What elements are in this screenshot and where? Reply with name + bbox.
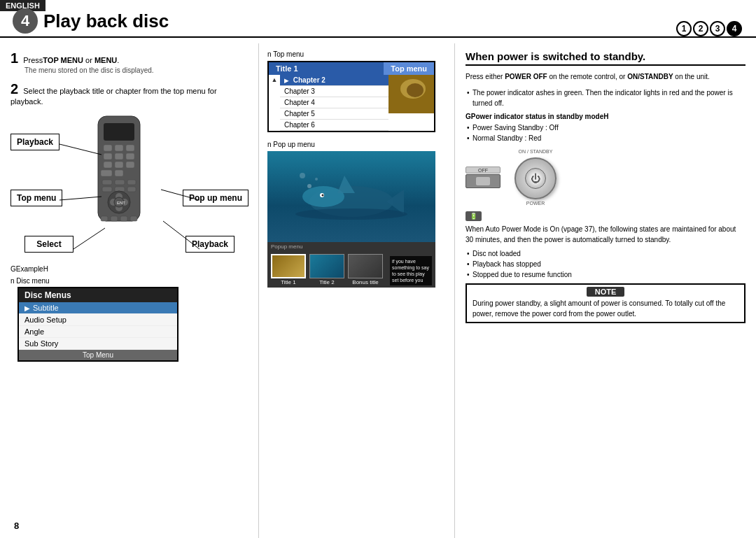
- chapter-5-label: Chapter 5: [284, 110, 315, 118]
- play-arrow-icon: ▶: [24, 304, 30, 312]
- step2-text: Select the playback title or chapter fro…: [10, 87, 217, 106]
- note-box: NOTE During power standby, a slight amou…: [465, 283, 746, 323]
- chapter-row-3[interactable]: Chapter 3: [280, 86, 388, 97]
- svg-rect-7: [126, 153, 134, 160]
- svg-rect-14: [115, 180, 125, 185]
- thumb2-label: Title 2: [319, 279, 335, 285]
- standby-btn-box: ON / STANDBY ⏻ POWER: [514, 149, 556, 206]
- power-buttons-row: OFF ON / STANDBY ⏻ POWER: [465, 149, 746, 206]
- svg-rect-29: [130, 216, 137, 221]
- thumb-title1[interactable]: Title 1: [271, 254, 306, 285]
- thumbnail-row: Title 1 Title 2 Bonus title if you have …: [271, 254, 432, 285]
- step1-text: PressTOP MENU or MENU.: [23, 56, 119, 64]
- step1-bold2: MENU: [94, 56, 117, 64]
- subtitle-label: Subtitle: [33, 304, 59, 312]
- step-2-block: 2 Select the playback title or chapter f…: [10, 81, 248, 106]
- off-switch-box: OFF: [465, 167, 500, 188]
- bullet-normal: Normal Standby : Red: [465, 133, 746, 143]
- step2-number: 2: [10, 81, 18, 97]
- page-header: 4 Play back disc 1 2 3 4: [0, 8, 756, 38]
- svg-point-44: [322, 194, 324, 197]
- left-column: 1 PressTOP MENU or MENU. The menu stored…: [0, 43, 259, 538]
- step-indicators: 1 2 3 4: [676, 21, 742, 36]
- substory-label: Sub Story: [24, 339, 58, 348]
- audio-setup-label: Audio Setup: [24, 316, 66, 324]
- note-icon-area: 🔋: [465, 211, 746, 221]
- svg-rect-28: [120, 216, 127, 221]
- disc-menu-label: n Disc menu: [10, 277, 248, 285]
- svg-rect-4: [126, 145, 134, 151]
- thumb-title2[interactable]: Title 2: [309, 254, 344, 285]
- popup-section-label: n Pop up menu: [267, 141, 446, 148]
- chapter-2-label: Chapter 2: [293, 76, 326, 84]
- svg-rect-8: [104, 162, 112, 168]
- page-number: 8: [14, 521, 19, 531]
- svg-rect-12: [115, 170, 123, 176]
- chapter-row-2[interactable]: ▶ Chapter 2: [280, 75, 388, 86]
- step-4: 4: [727, 21, 742, 36]
- topmenu-titlebar: Title 1 Top menu: [269, 62, 434, 75]
- topmenu-title: Top menu: [384, 62, 434, 75]
- svg-rect-6: [115, 153, 123, 160]
- note-bullet-playback: Playback has stopped: [465, 259, 746, 269]
- label-popupmenu: Pop up menu: [183, 190, 248, 206]
- power-indicator-title: GPower indicator status in standby modeH: [465, 113, 746, 120]
- note-battery-icon: 🔋: [465, 211, 482, 221]
- chapter-3-label: Chapter 3: [284, 87, 315, 95]
- svg-rect-5: [104, 153, 112, 160]
- disc-menu-item-substory[interactable]: Sub Story: [19, 338, 177, 350]
- title-label: Title 1: [269, 62, 305, 75]
- thumb1-label: Title 1: [281, 279, 296, 285]
- label-playback-left: Playback: [10, 134, 59, 150]
- angle-label: Angle: [24, 327, 44, 336]
- svg-line-33: [74, 228, 105, 249]
- svg-rect-26: [101, 216, 108, 221]
- nav-arrow-up: ▲: [272, 76, 278, 83]
- popup-thumbnails-bar: Popup menu Title 1 Title 2 B: [267, 242, 435, 288]
- svg-point-47: [315, 178, 318, 180]
- svg-point-46: [307, 184, 312, 188]
- main-content: 1 PressTOP MENU or MENU. The menu stored…: [0, 43, 756, 538]
- disc-menu-item-angle[interactable]: Angle: [19, 326, 177, 338]
- chapter-row-6[interactable]: Chapter 6: [280, 120, 388, 131]
- note-text: During power standby, a slight amount of…: [472, 298, 738, 319]
- svg-rect-3: [115, 145, 123, 151]
- svg-point-48: [300, 173, 305, 178]
- topmenu-content: ▲ ▶ Chapter 2 Chapter 3 Chapter 4 Chapte…: [269, 75, 434, 131]
- chapter-list: ▶ Chapter 2 Chapter 3 Chapter 4 Chapter …: [280, 75, 388, 131]
- disc-menu-item-subtitle[interactable]: ▶ Subtitle: [19, 302, 177, 314]
- svg-point-45: [295, 208, 407, 220]
- when-power-title: When power is switched to standby.: [465, 50, 746, 66]
- remote-diagram: Playback Top menu Pop up menu Select Pla…: [10, 113, 248, 260]
- disc-menu-item-audio[interactable]: Audio Setup: [19, 314, 177, 326]
- note-title: NOTE: [587, 287, 625, 297]
- chapter-4-label: Chapter 4: [284, 99, 315, 106]
- disc-menu-box: Disc Menus ▶ Subtitle Audio Setup Angle …: [18, 287, 178, 362]
- svg-rect-9: [115, 162, 123, 168]
- right-column: When power is switched to standby. Press…: [455, 43, 756, 538]
- step-1: 1: [676, 21, 692, 36]
- remote-control-image: ENT: [91, 113, 168, 226]
- step1-subtext: The menu stored on the disc is displayed…: [24, 66, 248, 74]
- thumb-bonus[interactable]: Bonus title: [348, 254, 383, 285]
- chapter-6-label: Chapter 6: [284, 121, 315, 129]
- svg-rect-15: [127, 180, 136, 185]
- disc-menu-header: Disc Menus: [19, 288, 177, 302]
- svg-rect-11: [101, 170, 112, 176]
- step1-number: 1: [10, 50, 18, 66]
- note-bullet-disc: Disc not loaded: [465, 248, 746, 259]
- chapter-row-5[interactable]: Chapter 5: [280, 108, 388, 120]
- dolphin-image: [267, 151, 435, 242]
- svg-rect-2: [104, 145, 112, 151]
- svg-rect-13: [102, 180, 112, 185]
- svg-rect-10: [126, 162, 134, 168]
- chapter-row-4[interactable]: Chapter 4: [280, 97, 388, 108]
- power-off-text: Press either POWER OFF on the remote con…: [465, 71, 746, 82]
- power-off-bold: POWER OFF: [505, 73, 547, 80]
- on-standby-label: ON / STANDBY: [519, 149, 553, 154]
- label-select: Select: [24, 236, 74, 253]
- label-topmenu: Top menu: [10, 190, 62, 206]
- note-bullet-resume: Stopped due to resume function: [465, 269, 746, 280]
- svg-rect-18: [127, 187, 136, 192]
- topmenu-section-label: n Top menu: [267, 50, 446, 58]
